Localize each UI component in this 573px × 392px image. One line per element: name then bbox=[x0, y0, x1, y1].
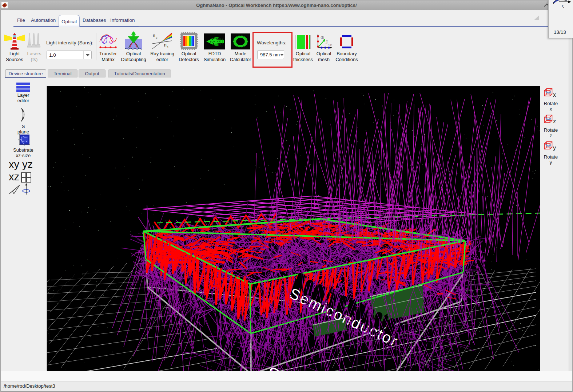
svg-text:x: x bbox=[18, 139, 19, 141]
svg-text:n,p: n,p bbox=[328, 43, 332, 46]
svg-text:n: n bbox=[153, 33, 155, 38]
svg-text:n: n bbox=[164, 43, 167, 48]
svg-text:z: z bbox=[24, 144, 25, 146]
svg-text:Φ: Φ bbox=[321, 35, 324, 40]
svg-text:2: 2 bbox=[156, 36, 158, 39]
svg-text:1: 1 bbox=[167, 45, 169, 49]
